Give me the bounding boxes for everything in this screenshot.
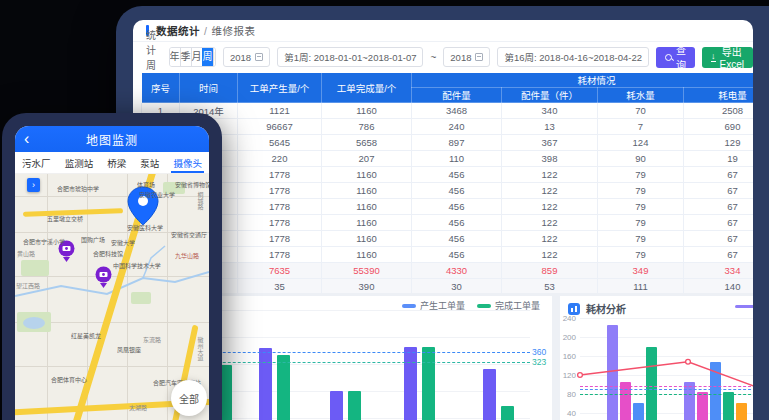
back-chevron-icon[interactable]: ‹ [24, 127, 29, 151]
cell-value: 122 [502, 247, 598, 263]
table-row[interactable]: 296667786240137690 [142, 119, 754, 135]
search-icon [665, 54, 672, 61]
end-year-value: 2018 [450, 52, 471, 63]
map-all-button[interactable]: 全部 [171, 380, 207, 416]
table-row[interactable]: 42202071103989019 [142, 151, 754, 167]
breadcrumb-section[interactable]: 数据统计 [156, 25, 200, 37]
phone-page-title: 地图监测 [86, 131, 138, 148]
table-row[interactable]: 7177811604561227967 [142, 199, 754, 215]
cell-value: 79 [598, 247, 684, 263]
bar-完成工单量[interactable] [277, 355, 290, 420]
table-row[interactable]: 5177811604561227967 [142, 167, 754, 183]
map-label: 安徽医科大学 [127, 223, 163, 232]
cell-value: 240 [412, 119, 502, 135]
cell-value: 690 [684, 119, 754, 135]
start-week-input[interactable]: 第1周: 2018-01-01~2018-01-07 [277, 47, 423, 67]
tab-桥梁[interactable]: 桥梁 [107, 152, 126, 173]
camera-pin[interactable] [95, 266, 112, 288]
cell-value: 1778 [238, 167, 322, 183]
period-option[interactable]: 月 [191, 48, 202, 66]
col-header-index: 序号 [142, 73, 180, 103]
query-button-label: 查询 [676, 42, 686, 72]
cell-value: 122 [502, 231, 598, 247]
map-label: 红星美凯龙 [71, 331, 101, 340]
tab-泵站[interactable]: 泵站 [140, 152, 159, 173]
tab-监测站[interactable]: 监测站 [65, 152, 94, 173]
cell-value: 1778 [238, 183, 322, 199]
cell-value: 1160 [322, 199, 412, 215]
bar-产生工单量[interactable] [330, 391, 343, 420]
start-year-value: 2018 [230, 52, 251, 63]
cell-value: 110 [412, 151, 502, 167]
trend-line [560, 296, 753, 420]
export-excel-button[interactable]: ↓ 导出Excel [702, 47, 753, 68]
map-label: 合肥体育中心 [51, 375, 87, 384]
cell-value: 122 [502, 167, 598, 183]
tab-污水厂[interactable]: 污水厂 [22, 152, 51, 173]
cell-value: 67 [684, 167, 754, 183]
cell-value: 1160 [322, 215, 412, 231]
period-option[interactable]: 日 [213, 48, 216, 66]
cell-value: 456 [412, 215, 502, 231]
cell-value: 67 [684, 199, 754, 215]
map-label: 安徽农业大学 [139, 190, 175, 199]
period-option[interactable]: 季 [180, 48, 191, 66]
tab-摄像头[interactable]: 摄像头 [173, 152, 202, 173]
cell-value: 122 [502, 215, 598, 231]
end-year-select[interactable]: 2018 [443, 47, 490, 67]
total-row: 合计7635553904330859349334 [142, 263, 754, 279]
total-row-value: 55390 [322, 263, 412, 279]
cell-value: 456 [412, 247, 502, 263]
table-row[interactable]: 356455658897367124129 [142, 135, 754, 151]
map-label: 东流路 [143, 335, 161, 344]
query-button[interactable]: 查询 [656, 47, 695, 68]
table-row[interactable]: 9177811604561227967 [142, 231, 754, 247]
map-label: 九华山路 [175, 251, 199, 260]
bar-产生工单量[interactable] [404, 347, 417, 420]
cell-value: 456 [412, 199, 502, 215]
cell-value: 1121 [238, 103, 322, 119]
bar-完成工单量[interactable] [422, 347, 435, 420]
map-canvas[interactable]: › 合肥市琥珀中学体育场安徽农业大学安徽省博物馆五里墩立 [15, 174, 209, 420]
calendar-icon [255, 53, 263, 61]
bar-产生工单量[interactable] [483, 369, 496, 420]
cell-value: 67 [684, 231, 754, 247]
table-row[interactable]: 8177811604561227967 [142, 215, 754, 231]
cell-value: 79 [598, 231, 684, 247]
phone-mockup: ‹ 地图监测 污水厂监测站桥梁泵站摄像头 [2, 113, 222, 420]
cell-value: 70 [598, 103, 684, 119]
cell-value: 340 [502, 103, 598, 119]
breadcrumb-separator: / [204, 25, 207, 37]
total-row-value: 334 [684, 263, 754, 279]
period-option[interactable]: 周 [202, 48, 213, 66]
cell-value: 3468 [412, 103, 502, 119]
map-label: 合肥科技馆 [93, 249, 123, 258]
table-row[interactable]: 6177811604561227967 [142, 183, 754, 199]
table-row[interactable]: 10177811604561227967 [142, 247, 754, 263]
cell-value: 5645 [238, 135, 322, 151]
range-separator: ~ [430, 52, 436, 63]
cell-value: 79 [598, 215, 684, 231]
cell-value: 456 [412, 167, 502, 183]
bar-完成工单量[interactable] [501, 406, 514, 420]
materials-chart-plot: 2402001601208040 [560, 296, 753, 420]
col-header-completed: 工单完成量/个 [322, 73, 412, 103]
cell-value: 456 [412, 231, 502, 247]
table-row[interactable]: 12014年112111603468340702508 [142, 103, 754, 119]
phone-app-header: ‹ 地图监测 [15, 126, 209, 152]
cell-value: 19 [684, 151, 754, 167]
period-option[interactable]: 年 [170, 48, 180, 66]
map-label: 体育场 [137, 180, 155, 189]
phone-tab-bar: 污水厂监测站桥梁泵站摄像头 [15, 152, 209, 174]
cell-value: 122 [502, 199, 598, 215]
cell-value: 79 [598, 183, 684, 199]
cell-value: 2508 [684, 103, 754, 119]
cell-value: 1160 [322, 247, 412, 263]
end-week-input[interactable]: 第16周: 2018-04-16~2018-04-22 [497, 47, 649, 67]
map-expand-button[interactable]: › [27, 178, 40, 192]
bar-完成工单量[interactable] [348, 391, 361, 420]
start-year-select[interactable]: 2018 [223, 47, 270, 67]
col-subheader-material: 配件量（件） [502, 88, 598, 103]
bar-产生工单量[interactable] [259, 348, 272, 420]
cell-value: 79 [598, 167, 684, 183]
